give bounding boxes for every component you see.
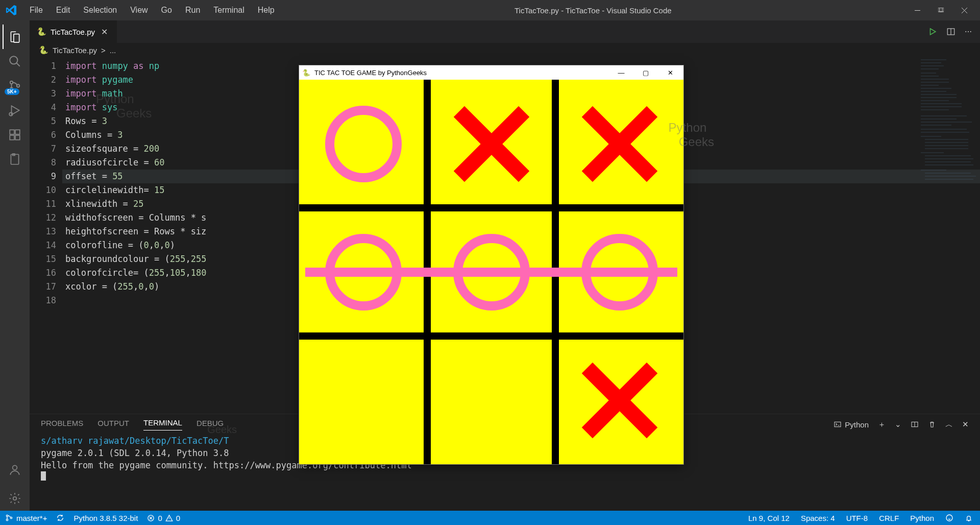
svg-rect-18 <box>921 62 941 63</box>
activity-run-debug[interactable] <box>3 98 27 123</box>
board-cell[interactable] <box>299 80 427 208</box>
svg-rect-38 <box>921 129 967 130</box>
status-notifications[interactable] <box>965 514 973 522</box>
menu-help[interactable]: Help <box>252 3 281 18</box>
activity-settings[interactable] <box>3 486 27 511</box>
menu-file[interactable]: File <box>23 3 49 18</box>
activity-source-control[interactable]: 5K+ <box>3 74 27 98</box>
svg-rect-52 <box>925 176 976 177</box>
activity-search[interactable] <box>3 49 27 74</box>
pygame-close-button[interactable]: ✕ <box>660 69 680 77</box>
svg-point-57 <box>6 519 8 520</box>
editor-tab-bar: 🐍 TicTacToe.py ✕ ⋯ <box>30 20 980 43</box>
activity-accounts[interactable] <box>3 458 27 482</box>
svg-rect-28 <box>921 94 957 95</box>
window-minimize-button[interactable] <box>905 2 929 18</box>
panel-tab-output[interactable]: OUTPUT <box>97 419 129 431</box>
x-mark <box>581 362 658 439</box>
svg-rect-43 <box>925 145 968 146</box>
breadcrumb-more[interactable]: ... <box>110 46 116 55</box>
activity-extensions[interactable] <box>3 123 27 147</box>
status-position[interactable]: Ln 9, Col 12 <box>748 514 790 522</box>
board-cell[interactable] <box>299 336 427 464</box>
status-problems[interactable]: 0 0 <box>147 514 180 522</box>
svg-rect-1 <box>938 8 942 12</box>
panel-tab-terminal[interactable]: TERMINAL <box>143 418 182 431</box>
status-feedback[interactable] <box>945 514 953 522</box>
svg-rect-35 <box>921 118 957 120</box>
svg-rect-10 <box>10 135 14 140</box>
panel-tab-problems[interactable]: PROBLEMS <box>41 419 83 431</box>
svg-rect-40 <box>921 136 941 137</box>
menu-bar: File Edit Selection View Go Run Terminal… <box>23 3 281 18</box>
minimap[interactable] <box>919 57 980 414</box>
terminal-dropdown-button[interactable]: ⌄ <box>895 420 901 429</box>
svg-rect-11 <box>15 135 20 140</box>
window-close-button[interactable] <box>952 2 976 18</box>
breadcrumb[interactable]: 🐍 TicTacToe.py > ... <box>30 43 980 57</box>
terminal-kind[interactable]: Python <box>834 420 869 429</box>
svg-rect-33 <box>921 109 949 110</box>
pygame-app-window[interactable]: 🐍 TIC TAC TOE GAME by PythonGeeks — ▢ ✕ … <box>299 65 684 465</box>
window-controls <box>905 2 976 18</box>
run-file-button[interactable] <box>928 27 937 36</box>
panel-tab-debug[interactable]: DEBUG <box>197 419 224 431</box>
window-maximize-button[interactable] <box>929 2 952 18</box>
svg-rect-26 <box>921 88 951 89</box>
pygame-minimize-button[interactable]: — <box>611 69 631 77</box>
game-board[interactable]: Python Geeks <box>299 80 683 464</box>
svg-rect-47 <box>925 158 973 159</box>
svg-rect-19 <box>921 65 944 66</box>
svg-point-60 <box>946 515 952 521</box>
board-cell[interactable] <box>427 336 555 464</box>
x-mark <box>581 106 658 182</box>
menu-edit[interactable]: Edit <box>50 3 77 18</box>
svg-point-4 <box>10 81 13 84</box>
breadcrumb-file[interactable]: TicTacToe.py <box>53 46 97 55</box>
svg-rect-27 <box>921 91 946 92</box>
board-cell[interactable] <box>555 80 683 208</box>
svg-rect-53 <box>925 179 973 180</box>
split-terminal-button[interactable] <box>911 420 919 428</box>
svg-rect-9 <box>15 130 20 134</box>
pygame-title-text: TIC TAC TOE GAME by PythonGeeks <box>314 69 427 77</box>
line-number-gutter: 123456789101112131415161718 <box>30 57 65 414</box>
file-tab[interactable]: 🐍 TicTacToe.py ✕ <box>30 20 117 43</box>
close-panel-button[interactable]: ✕ <box>962 420 969 429</box>
svg-rect-37 <box>921 125 951 126</box>
title-bar: File Edit Selection View Go Run Terminal… <box>0 0 980 20</box>
status-sync[interactable] <box>56 514 64 522</box>
status-language[interactable]: Python <box>910 514 934 522</box>
menu-view[interactable]: View <box>124 3 154 18</box>
svg-rect-32 <box>921 106 962 107</box>
status-eol[interactable]: CRLF <box>879 514 899 522</box>
more-actions-button[interactable]: ⋯ <box>965 28 972 36</box>
activity-explorer[interactable] <box>3 25 27 49</box>
menu-go[interactable]: Go <box>155 3 178 18</box>
pygame-title-bar[interactable]: 🐍 TIC TAC TOE GAME by PythonGeeks — ▢ ✕ <box>299 65 683 80</box>
board-cell[interactable] <box>555 336 683 464</box>
close-tab-button[interactable]: ✕ <box>99 26 110 38</box>
split-editor-button[interactable] <box>946 27 955 36</box>
kill-terminal-button[interactable] <box>928 420 936 428</box>
menu-terminal[interactable]: Terminal <box>207 3 250 18</box>
status-spaces[interactable]: Spaces: 4 <box>801 514 835 522</box>
status-encoding[interactable]: UTF-8 <box>846 514 868 522</box>
menu-selection[interactable]: Selection <box>77 3 123 18</box>
svg-rect-30 <box>921 100 949 101</box>
activity-testing[interactable] <box>3 147 27 172</box>
svg-rect-34 <box>921 115 967 116</box>
maximize-panel-button[interactable]: ︿ <box>945 420 953 429</box>
svg-rect-23 <box>921 79 949 80</box>
svg-rect-29 <box>921 97 957 98</box>
svg-rect-17 <box>921 59 946 60</box>
status-branch[interactable]: master*+ <box>5 514 47 522</box>
board-cell[interactable] <box>427 80 555 208</box>
svg-rect-42 <box>925 142 968 143</box>
o-mark <box>325 106 402 182</box>
menu-run[interactable]: Run <box>179 3 206 18</box>
new-terminal-button[interactable]: ＋ <box>878 420 886 429</box>
status-python-interpreter[interactable]: Python 3.8.5 32-bit <box>74 514 138 522</box>
terminal-cursor <box>41 471 46 481</box>
pygame-maximize-button[interactable]: ▢ <box>635 69 656 77</box>
